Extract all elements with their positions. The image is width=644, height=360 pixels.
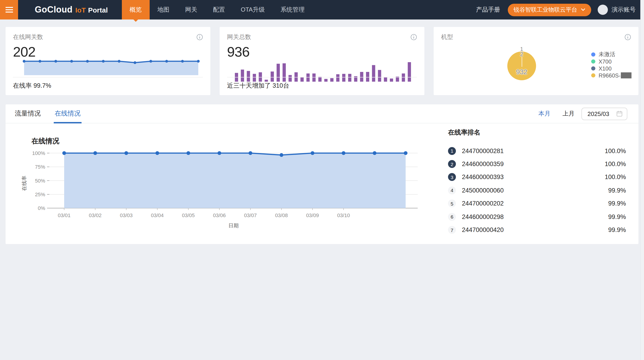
svg-text:100%: 100% bbox=[32, 150, 45, 156]
month-picker-value: 2025/03 bbox=[582, 110, 616, 117]
card-model-distribution: 机型 1 2 932 未激活 bbox=[434, 27, 638, 95]
legend-item-r9660s[interactable]: R9660S- bbox=[591, 72, 632, 79]
online-rate-value: 99.9% bbox=[608, 213, 626, 220]
nav-item-label: 配置 bbox=[213, 6, 225, 14]
online-rate-value: 100.0% bbox=[604, 147, 626, 154]
nav-item-ota[interactable]: OTA升级 bbox=[233, 0, 273, 20]
gateway-id: 244700000202 bbox=[462, 200, 504, 207]
nav-item-system[interactable]: 系统管理 bbox=[273, 0, 312, 20]
legend-dot bbox=[591, 52, 595, 57]
hamburger-menu-icon[interactable] bbox=[0, 0, 18, 20]
svg-text:50%: 50% bbox=[35, 178, 45, 184]
last-month-button[interactable]: 上月 bbox=[562, 109, 574, 118]
nav-item-overview[interactable]: 概览 bbox=[122, 0, 150, 20]
nav-item-label: 网关 bbox=[185, 6, 197, 14]
svg-text:03/01: 03/01 bbox=[58, 213, 70, 218]
main-nav: 概览 地图 网关 配置 OTA升级 系统管理 bbox=[122, 0, 312, 20]
nav-item-gateway[interactable]: 网关 bbox=[177, 0, 205, 20]
gateway-id: 245000000060 bbox=[462, 187, 504, 194]
gateway-id: 244600000359 bbox=[462, 160, 504, 167]
product-manual-link[interactable]: 产品手册 bbox=[476, 6, 500, 14]
page: GoCloud IoT Portal 概览 地图 网关 配置 OTA升级 系统管… bbox=[0, 0, 644, 360]
rank-badge: 4 bbox=[448, 187, 456, 194]
rank-badge: 1 bbox=[448, 147, 456, 155]
range-controls: 本月 上月 2025/03 bbox=[538, 107, 627, 120]
svg-text:03/08: 03/08 bbox=[275, 213, 288, 218]
svg-text:03/09: 03/09 bbox=[306, 213, 319, 218]
avatar[interactable] bbox=[598, 5, 608, 15]
svg-text:0%: 0% bbox=[38, 205, 45, 211]
legend-label: R9660S- bbox=[598, 72, 632, 79]
svg-text:03/05: 03/05 bbox=[182, 213, 194, 218]
legend-label: 未激活 bbox=[598, 51, 615, 58]
tab-traffic[interactable]: 流量情况 bbox=[14, 104, 42, 123]
svg-text:03/03: 03/03 bbox=[120, 213, 132, 218]
gateway-id: 244700000420 bbox=[462, 226, 504, 233]
nav-item-config[interactable]: 配置 bbox=[205, 0, 233, 20]
legend-item-x100[interactable]: X100 bbox=[591, 65, 632, 72]
tab-label: 流量情况 bbox=[15, 109, 41, 118]
ranking-rows: 1 244700000281 100.0% 2 244600000359 100… bbox=[448, 144, 626, 236]
nav-item-label: 概览 bbox=[130, 6, 142, 14]
navbar-right: 产品手册 锐谷智联工业物联云平台 演示账号 bbox=[476, 0, 644, 20]
svg-text:03/02: 03/02 bbox=[89, 213, 102, 218]
brand-logo[interactable]: GoCloud IoT Portal bbox=[35, 0, 108, 20]
svg-text:25%: 25% bbox=[35, 192, 45, 197]
card-total-gateways: 网关总数 936 近三十天增加了 310台 bbox=[220, 27, 424, 95]
legend-dot bbox=[591, 66, 595, 71]
ranking-row: 7 244700000420 99.9% bbox=[448, 223, 626, 237]
info-icon[interactable] bbox=[196, 34, 203, 40]
svg-text:75%: 75% bbox=[35, 164, 45, 170]
rank-badge: 7 bbox=[448, 226, 456, 234]
nav-item-label: 系统管理 bbox=[280, 6, 305, 14]
ranking-row: 3 244600000393 100.0% bbox=[448, 171, 626, 184]
redacted-text bbox=[621, 72, 632, 78]
nav-item-map[interactable]: 地图 bbox=[150, 0, 177, 20]
card-title: 在线网关数 bbox=[13, 33, 43, 41]
legend-label: X100 bbox=[598, 65, 612, 72]
gateway-id: 244600000393 bbox=[462, 174, 504, 181]
legend-item-x700[interactable]: X700 bbox=[591, 58, 632, 65]
navbar: GoCloud IoT Portal 概览 地图 网关 配置 OTA升级 系统管… bbox=[0, 0, 644, 20]
scrollbar-track[interactable] bbox=[640, 0, 644, 360]
online-rate-value: 100.0% bbox=[604, 174, 626, 181]
legend-item-inactive[interactable]: 未激活 bbox=[591, 51, 632, 58]
stat-cards-row: 在线网关数 202 在线率 99.7% 网关总数 936 bbox=[6, 27, 638, 95]
online-rate-value: 99.9% bbox=[608, 187, 626, 194]
online-rate-value: 99.9% bbox=[608, 200, 626, 207]
card-title: 网关总数 bbox=[227, 33, 251, 41]
nav-item-label: OTA升级 bbox=[241, 6, 265, 14]
this-month-button[interactable]: 本月 bbox=[538, 109, 550, 118]
online-rate-area-chart[interactable]: 100%75%50%25%0%03/0103/0203/0303/0403/05… bbox=[6, 148, 432, 237]
nav-item-label: 地图 bbox=[157, 6, 169, 14]
svg-text:在线率: 在线率 bbox=[21, 175, 27, 191]
rank-badge: 5 bbox=[448, 200, 456, 208]
platform-selector[interactable]: 锐谷智联工业物联云平台 bbox=[508, 4, 591, 16]
online-rate-value: 99.9% bbox=[608, 226, 626, 233]
active-tab-arrow bbox=[133, 19, 138, 25]
month-picker-input[interactable]: 2025/03 bbox=[582, 107, 627, 120]
gateway-id: 244600000298 bbox=[462, 213, 504, 220]
pie-legend: 未激活 X700 X100 R9660S- bbox=[591, 51, 632, 79]
pie-label-leader-line bbox=[522, 57, 522, 67]
online-gateways-sparkline-chart[interactable] bbox=[22, 59, 200, 75]
total-gateways-footer: 近三十天增加了 310台 bbox=[227, 77, 417, 95]
chevron-down-icon bbox=[581, 8, 585, 11]
detail-panel: 流量情况 在线情况 本月 上月 2025/03 bbox=[6, 104, 638, 244]
card-online-gateways: 在线网关数 202 在线率 99.7% bbox=[6, 27, 210, 95]
panel-tabs-row: 流量情况 在线情况 本月 上月 2025/03 bbox=[6, 104, 638, 123]
pie-label-slice2: 2 bbox=[507, 51, 536, 58]
pie-label-main: 932 bbox=[507, 68, 536, 76]
svg-text:03/06: 03/06 bbox=[213, 213, 226, 218]
rank-badge: 2 bbox=[448, 160, 456, 168]
legend-label: X700 bbox=[598, 58, 612, 65]
online-rate-ranking: 在线率排名 1 244700000281 100.0% 2 2446000003… bbox=[448, 128, 626, 236]
tab-online[interactable]: 在线情况 bbox=[54, 104, 82, 123]
info-icon[interactable] bbox=[410, 34, 417, 40]
calendar-icon bbox=[616, 110, 623, 117]
legend-dot bbox=[591, 73, 595, 77]
brand-iot: IoT bbox=[75, 6, 86, 14]
ranking-row: 6 244600000298 99.9% bbox=[448, 210, 626, 223]
svg-text:03/07: 03/07 bbox=[244, 213, 257, 218]
model-pie-chart[interactable]: 1 2 932 未激活 X700 X100 bbox=[434, 27, 638, 95]
